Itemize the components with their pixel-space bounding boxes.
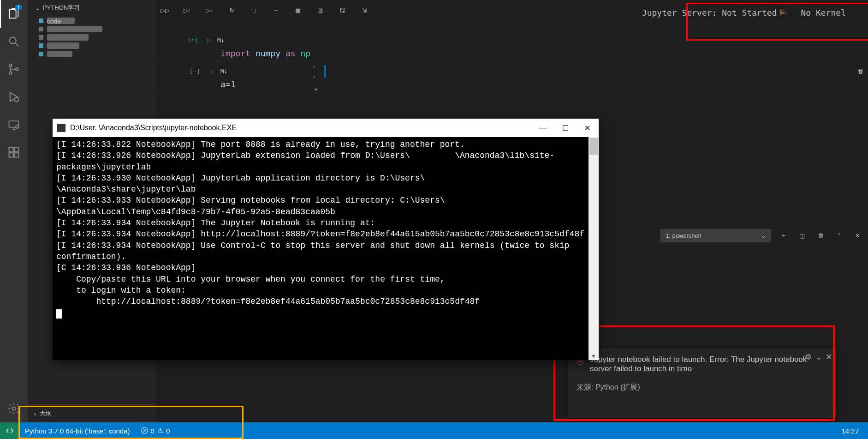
export-icon[interactable]: ⇲ <box>359 5 370 16</box>
new-terminal-icon[interactable]: ＋ <box>778 229 790 241</box>
window-close-icon[interactable]: ✕ <box>584 124 590 132</box>
run-above-icon[interactable]: ▷↑ <box>182 5 193 16</box>
svg-point-2 <box>9 72 12 74</box>
explorer-icon[interactable]: 1 <box>0 0 28 28</box>
notebook-cell[interactable]: ˄˅＋ [-] ▷ M↓ 🗑 <box>156 65 868 78</box>
tree-item[interactable] <box>39 50 156 58</box>
svg-point-6 <box>16 125 19 128</box>
source-control-icon[interactable] <box>0 55 28 83</box>
python-interpreter-label: Python 3.7.0 64-bit ('base': conda) <box>25 427 130 435</box>
svg-rect-9 <box>14 153 18 157</box>
console-window[interactable]: D:\User. \Anaconda3\Scripts\jupyter-note… <box>53 119 599 360</box>
tree-item[interactable]: code <box>39 17 156 25</box>
run-debug-icon[interactable] <box>0 83 28 111</box>
jupyter-status[interactable]: Jupyter Server: Not Started ⎘ No Kernel <box>642 6 846 18</box>
notification-close-icon[interactable]: ✕ <box>826 352 832 362</box>
taskbar-clock: 14:27 <box>836 422 868 439</box>
svg-point-1 <box>9 64 12 67</box>
markdown-toggle[interactable]: M↓ <box>220 68 239 75</box>
cell-prompt: [-] <box>190 68 200 75</box>
terminal-select[interactable]: 1: powershell ⌄ <box>660 229 771 242</box>
clear-output-icon[interactable]: ▥ <box>315 5 326 16</box>
error-count-icon: ⓧ <box>141 427 148 435</box>
remote-explorer-icon[interactable] <box>0 111 28 138</box>
close-panel-icon[interactable]: ✕ <box>851 229 863 241</box>
outline-section[interactable]: › 大纲 <box>28 404 156 422</box>
search-icon[interactable] <box>0 28 28 55</box>
plug-icon: ⎘ <box>780 8 785 18</box>
save-icon[interactable]: 🖫 <box>337 5 348 16</box>
svg-point-4 <box>14 97 18 102</box>
settings-gear-icon[interactable] <box>0 395 28 422</box>
chevron-right-icon: › <box>34 410 36 417</box>
window-minimize-icon[interactable]: — <box>539 124 547 132</box>
cell-focus-indicator <box>324 65 326 78</box>
terminal-panel-controls: 1: powershell ⌄ ＋ ◫ 🗑 ˄ ✕ <box>609 222 863 249</box>
svg-rect-10 <box>14 148 18 152</box>
svg-rect-7 <box>9 148 13 152</box>
window-maximize-icon[interactable]: ☐ <box>562 124 569 132</box>
notification-chevron-icon[interactable]: ⌄ <box>815 352 822 362</box>
delete-cell-icon[interactable]: 🗑 <box>857 68 863 75</box>
warning-count-icon: ⚠ <box>157 427 163 435</box>
notification-source: 来源: Python (扩展) <box>577 383 827 392</box>
svg-point-11 <box>12 407 16 410</box>
console-title: D:\User. \Anaconda3\Scripts\jupyter-note… <box>70 124 237 132</box>
notification-toast: ⚙ ⌄ ✕ ⓧ Jupyter notebook failed to launc… <box>568 349 836 418</box>
chevron-down-icon: ⌄ <box>35 5 40 12</box>
cell-prompt: [*] <box>187 37 198 44</box>
run-cell-icon[interactable]: ▷ <box>202 37 217 44</box>
python-interpreter[interactable]: Python 3.7.0 64-bit ('base': conda) <box>19 422 136 439</box>
cell-code[interactable]: a=1 <box>156 78 868 93</box>
jupyter-server-label: Jupyter Server: Not Started <box>642 8 777 18</box>
variables-icon[interactable]: ▦ <box>292 5 303 16</box>
maximize-panel-icon[interactable]: ˄ <box>833 229 845 241</box>
terminal-select-label: 1: powershell <box>666 232 701 239</box>
interrupt-icon[interactable]: □ <box>248 5 259 16</box>
folder-header[interactable]: ⌄ PYTHON学习 <box>28 0 156 16</box>
run-cell-icon[interactable]: ▷ <box>204 68 220 75</box>
console-output[interactable]: [I 14:26:33.822 NotebookApp] The port 88… <box>53 137 599 360</box>
add-cell-icon[interactable]: ＋ <box>270 5 281 16</box>
folder-title: PYTHON学习 <box>43 4 80 12</box>
console-titlebar[interactable]: D:\User. \Anaconda3\Scripts\jupyter-note… <box>53 119 599 137</box>
restart-icon[interactable]: ↻ <box>226 5 237 16</box>
split-terminal-icon[interactable]: ◫ <box>796 229 808 241</box>
run-below-icon[interactable]: ▷↓ <box>204 5 215 16</box>
tree-item[interactable] <box>39 42 156 50</box>
svg-point-3 <box>16 68 18 71</box>
notification-gear-icon[interactable]: ⚙ <box>805 352 812 362</box>
kill-terminal-icon[interactable]: 🗑 <box>814 229 826 241</box>
scrollbar-down-icon[interactable]: ▾ <box>589 351 598 359</box>
svg-rect-8 <box>9 153 13 157</box>
console-app-icon <box>57 124 65 132</box>
activity-bar: 1 <box>0 0 28 422</box>
move-down-icon: ˅ <box>313 75 319 83</box>
markdown-toggle[interactable]: M↓ <box>217 37 234 44</box>
cell-move-controls[interactable]: ˄˅＋ <box>313 65 319 94</box>
tree-item[interactable] <box>39 33 156 42</box>
svg-point-0 <box>10 37 16 44</box>
extensions-icon[interactable] <box>0 138 28 166</box>
problems-indicator[interactable]: ⓧ0 ⚠0 <box>136 422 176 439</box>
add-below-icon: ＋ <box>313 85 319 94</box>
kernel-label: No Kernel <box>801 8 846 18</box>
chevron-down-icon: ⌄ <box>761 232 766 239</box>
outline-label: 大纲 <box>40 409 52 418</box>
file-tree: code <box>28 16 156 58</box>
notification-text: Jupyter notebook failed to launch. Error… <box>590 355 827 373</box>
remote-indicator[interactable] <box>0 422 19 439</box>
svg-rect-5 <box>9 121 19 127</box>
status-bar: Python 3.7.0 64-bit ('base': conda) ⓧ0 ⚠… <box>0 422 868 439</box>
tree-item[interactable] <box>39 25 156 33</box>
move-up-icon: ˄ <box>313 65 319 72</box>
run-all-icon[interactable]: ▷▷ <box>160 5 171 16</box>
explorer-badge: 1 <box>15 5 22 10</box>
notebook-cell[interactable]: [*] ▷ M↓ <box>156 34 868 47</box>
scrollbar[interactable]: ▾ <box>589 137 599 360</box>
scrollbar-thumb[interactable] <box>589 138 598 155</box>
cell-code[interactable]: import numpy as np <box>156 47 868 62</box>
